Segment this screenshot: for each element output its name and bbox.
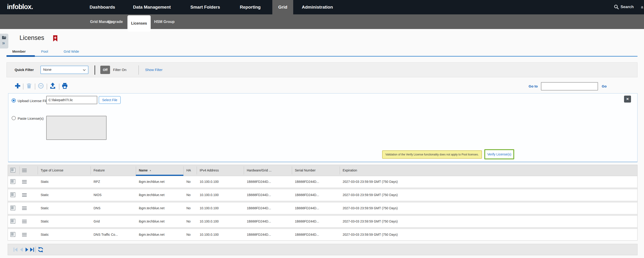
global-search[interactable]: Search <box>614 4 634 9</box>
table-row[interactable]: StaticDNS Traffic Co...ibgm.techblue.net… <box>8 229 637 240</box>
print-icon[interactable] <box>62 83 68 89</box>
subnav-licenses[interactable]: Licenses <box>128 15 151 31</box>
select-all-checkbox[interactable] <box>10 168 15 173</box>
paste-licenses-radio[interactable] <box>12 116 16 120</box>
cell-feature: RPZ <box>90 176 136 188</box>
finder-folder-icon <box>2 36 6 39</box>
quick-filter-bar: Quick Filter None Off Filter On Show Fil… <box>6 62 638 77</box>
quick-filter-label: Quick Filter <box>15 68 34 72</box>
header-menu-icon[interactable] <box>22 169 27 173</box>
search-icon <box>614 4 619 9</box>
infoblox-logo: infoblox. <box>7 3 33 11</box>
chevron-down-icon <box>83 69 86 71</box>
cell-feature: Grid <box>90 216 136 227</box>
cell-name: ibgm.techblue.net <box>136 203 184 214</box>
cell-ha: No <box>184 216 197 227</box>
cell-serial: 1B888FD244D... <box>292 216 340 227</box>
cell-expiration: 2027-03-03 23:59:59 GMT (750 Days) <box>340 229 637 240</box>
first-page-icon[interactable] <box>13 247 18 252</box>
table-row[interactable]: StaticRPZibgm.techblue.netNo10.100.0.100… <box>8 176 637 189</box>
column-header-ha[interactable]: HA <box>184 165 197 176</box>
table-body: StaticRPZibgm.techblue.netNo10.100.0.100… <box>8 176 637 240</box>
license-file-path-input[interactable] <box>46 96 97 104</box>
top-bar: infoblox. Dashboards Data Management Sma… <box>0 0 644 14</box>
cell-ipv4: 10.100.0.100 <box>197 216 244 227</box>
table-header: Type of License Feature Name▲ HA IPv4 Ad… <box>8 165 637 176</box>
column-header-hardware[interactable]: Hardware/Grid ... <box>244 165 292 176</box>
subnav-upgrade[interactable]: Upgrade <box>108 14 123 29</box>
row-menu-icon[interactable] <box>22 207 27 211</box>
upload-license-file-radio[interactable] <box>12 98 16 103</box>
upload-license-file-label: Upload License File <box>18 99 48 103</box>
tab-member[interactable]: Member <box>12 49 26 53</box>
column-header-serial[interactable]: Serial Number <box>292 165 340 176</box>
quick-filter-dropdown[interactable]: None <box>40 66 88 74</box>
column-header-name[interactable]: Name▲ <box>136 165 184 176</box>
cell-ipv4: 10.100.0.100 <box>197 176 244 188</box>
topnav-administration[interactable]: Administration <box>302 0 333 14</box>
sort-asc-icon: ▲ <box>149 169 151 171</box>
previous-page-icon[interactable] <box>19 247 24 252</box>
cell-name: ibgm.techblue.net <box>136 189 184 201</box>
table-row[interactable]: StaticGridibgm.techblue.netNo10.100.0.10… <box>8 216 637 229</box>
row-menu-icon[interactable] <box>22 193 27 198</box>
upload-license-panel: ✕ Upload License File Select File Paste … <box>8 93 638 162</box>
filter-on-toggle[interactable]: Off <box>100 66 110 74</box>
row-menu-icon[interactable] <box>22 233 27 237</box>
pagination-bar <box>8 244 638 255</box>
show-filter-link[interactable]: Show Filter <box>145 68 162 72</box>
table-row[interactable]: StaticNIOSibgm.techblue.netNo10.100.0.10… <box>8 189 637 203</box>
topnav-dashboards[interactable]: Dashboards <box>90 0 115 14</box>
column-header-expiration[interactable]: Expiration <box>340 165 637 176</box>
delete-icon[interactable] <box>26 83 32 89</box>
cell-ipv4: 10.100.0.100 <box>197 229 244 240</box>
row-checkbox[interactable] <box>10 192 15 197</box>
cell-hardware: 1B888FD244D... <box>244 229 292 240</box>
cell-type: Static <box>38 229 90 240</box>
go-button[interactable]: Go <box>602 84 606 88</box>
column-header-type[interactable]: Type of License <box>38 165 90 176</box>
topnav-smart-folders[interactable]: Smart Folders <box>190 0 220 14</box>
select-file-button[interactable]: Select File <box>99 96 121 104</box>
cell-name: ibgm.techblue.net <box>136 229 184 240</box>
search-label: Search <box>620 5 634 9</box>
verify-license-note: Validation of the Verify License functio… <box>382 150 482 159</box>
verify-licenses-button[interactable]: Verify License(s) <box>484 149 514 159</box>
cell-type: Static <box>38 189 90 201</box>
goto-label: Go to <box>528 84 538 88</box>
column-header-ipv4[interactable]: IPv4 Address <box>197 165 244 176</box>
divider <box>35 247 36 253</box>
add-icon[interactable] <box>14 83 21 89</box>
row-menu-icon[interactable] <box>22 220 27 224</box>
bookmark-add-icon[interactable] <box>53 35 58 42</box>
disable-icon[interactable] <box>38 83 44 89</box>
topnav-grid[interactable]: Grid <box>272 0 293 14</box>
column-header-feature[interactable]: Feature <box>90 165 136 176</box>
refresh-icon[interactable] <box>38 247 44 253</box>
tab-pool[interactable]: Pool <box>41 49 48 53</box>
close-icon[interactable]: ✕ <box>624 96 631 103</box>
row-checkbox[interactable] <box>10 232 15 237</box>
user-menu[interactable]: a <box>641 5 644 9</box>
last-page-icon[interactable] <box>30 247 34 252</box>
upload-icon[interactable] <box>49 82 56 89</box>
cell-feature: DNS Traffic Co... <box>90 229 136 240</box>
row-checkbox[interactable] <box>10 219 15 224</box>
goto-input[interactable] <box>541 82 598 90</box>
row-menu-icon[interactable] <box>22 180 27 184</box>
paste-licenses-textarea[interactable] <box>46 116 106 140</box>
cell-serial: 1B888FD244D... <box>292 203 340 214</box>
cell-hardware: 1B888FD244D... <box>244 189 292 201</box>
sidebar-collapse-handle[interactable]: » <box>0 34 8 48</box>
cell-ha: No <box>184 189 197 201</box>
next-page-icon[interactable] <box>24 247 30 252</box>
table-row[interactable]: StaticDNSibgm.techblue.netNo10.100.0.100… <box>8 203 637 216</box>
row-checkbox[interactable] <box>10 206 15 211</box>
cell-feature: NIOS <box>90 189 136 201</box>
cell-serial: 1B888FD244D... <box>292 176 340 188</box>
tab-grid-wide[interactable]: Grid Wide <box>64 49 79 53</box>
subnav-hsm-group[interactable]: HSM Group <box>154 14 174 29</box>
topnav-reporting[interactable]: Reporting <box>240 0 261 14</box>
topnav-data-management[interactable]: Data Management <box>133 0 171 14</box>
row-checkbox[interactable] <box>10 179 15 184</box>
